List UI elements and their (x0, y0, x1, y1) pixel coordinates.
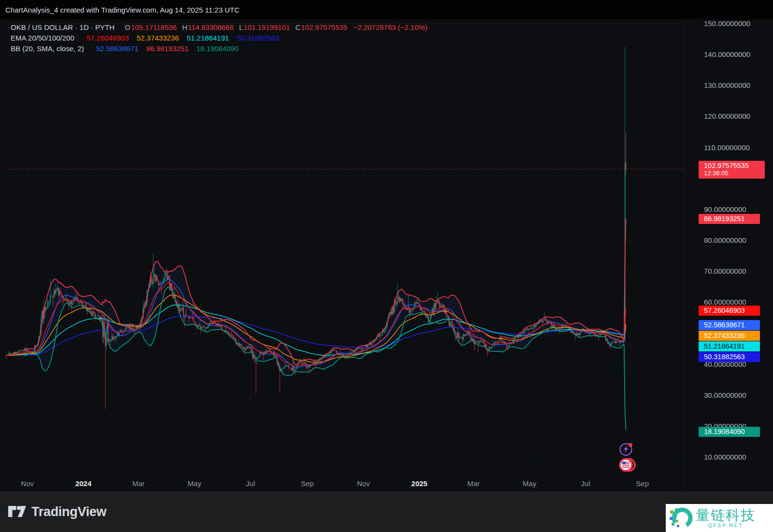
legend-bb-row[interactable]: BB (20, SMA, close, 2) 52.58638671 86.98… (11, 43, 428, 54)
time-tick-label: May (523, 479, 537, 488)
legend-ema-row[interactable]: EMA 20/50/100/200 57.26046903 52.3743323… (11, 33, 428, 43)
time-tick-label: Nov (357, 479, 370, 488)
ema100-value: 51.21864191 (186, 34, 229, 42)
time-tick-label: Sep (301, 479, 314, 488)
price-tick-label: 120.00000000 (704, 112, 750, 120)
time-tick-label: 2024 (75, 479, 92, 488)
time-tick-label: Jul (246, 479, 255, 488)
titlebar: ChartAnalysis_4 created with TradingView… (0, 0, 773, 19)
price-tick-label: 20.00000000 (704, 422, 746, 430)
grid (6, 19, 685, 472)
bb-upper-value: 86.98193251 (146, 44, 189, 53)
tradingview-logo-text[interactable]: TradingView (31, 504, 106, 519)
price-tick-label: 70.00000000 (704, 267, 746, 275)
ema-label: EMA 20/50/100/200 (11, 34, 74, 42)
close-label: C (295, 23, 301, 31)
ema200-value: 50.31882563 (237, 34, 279, 42)
time-tick-label: May (187, 479, 201, 488)
watermark[interactable]: 量链科技 QFSP.NET (666, 504, 773, 532)
ema20-value: 57.26046903 (86, 34, 129, 42)
economic-event-flag-icon[interactable] (620, 459, 635, 471)
change-value: −2.20728783 (−2.10%) (353, 23, 427, 31)
bb-fill (24, 219, 626, 430)
time-tick-label: Jul (581, 479, 590, 488)
bb-basis-value: 52.58638671 (96, 44, 139, 53)
chart-legend: OKB / US DOLLAR · 1D · PYTH O105.1711853… (11, 22, 428, 54)
price-tick-label: 150.00000000 (704, 19, 750, 28)
time-scale[interactable]: Nov2024MarMayJulSepNov2025MarMayJulSep (21, 479, 649, 488)
symbol-title: OKB / US DOLLAR · 1D · PYTH (11, 23, 115, 31)
tradingview-logo-icon[interactable] (8, 506, 26, 518)
watermark-logo-icon (669, 505, 694, 531)
time-tick-label: Nov (21, 479, 34, 488)
high-value: 114.83308668 (188, 23, 234, 31)
ema50-value: 52.37433236 (137, 34, 179, 42)
low-label: L (239, 23, 243, 31)
footer-bar: TradingView (0, 491, 773, 532)
candlestick-chart-canvas[interactable]: 150.00000000140.00000000130.00000000120.… (0, 0, 773, 532)
price-tick-label: 10.00000000 (704, 453, 746, 461)
price-tick-label: 130.00000000 (704, 81, 750, 89)
time-tick-label: Mar (467, 479, 480, 488)
bb-lower-value: 18.19084090 (196, 44, 239, 53)
price-scale[interactable]: 150.00000000140.00000000130.00000000120.… (704, 19, 750, 461)
open-label: O (125, 23, 130, 31)
time-tick-label: Mar (132, 479, 145, 488)
price-tick-label: 60.00000000 (704, 298, 746, 306)
tradingview-snapshot: ChartAnalysis_4 created with TradingView… (0, 0, 773, 532)
price-tick-label: 90.00000000 (704, 205, 746, 213)
price-tick-label: 80.00000000 (704, 236, 746, 244)
legend-symbol-row[interactable]: OKB / US DOLLAR · 1D · PYTH O105.1711853… (11, 22, 428, 33)
time-tick-label: 2025 (411, 479, 427, 488)
price-tick-label: 40.00000000 (704, 360, 746, 368)
close-value: 102.97575535 (301, 23, 347, 31)
price-tick-label: 30.00000000 (704, 391, 746, 399)
price-tick-label: 140.00000000 (704, 50, 750, 58)
ema20-line (6, 282, 626, 366)
price-tick-label: 110.00000000 (704, 143, 750, 152)
snapshot-title: ChartAnalysis_4 created with TradingView… (5, 6, 240, 14)
watermark-subtitle: QFSP.NET (708, 523, 744, 528)
high-label: H (182, 23, 187, 31)
lightning-event-icon[interactable] (620, 443, 633, 456)
open-value: 105.17118536 (131, 23, 177, 31)
time-tick-label: Sep (636, 479, 649, 488)
low-value: 101.19199101 (243, 23, 290, 31)
bb-label: BB (20, SMA, close, 2) (11, 44, 84, 53)
watermark-name: 量链科技 (696, 508, 756, 522)
